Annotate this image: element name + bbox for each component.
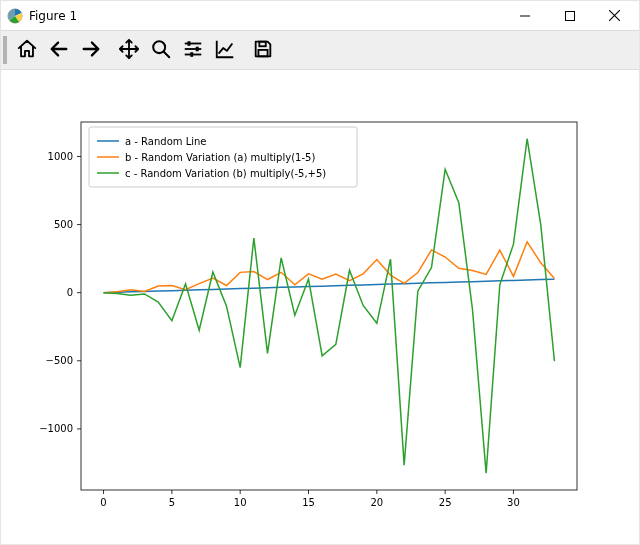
window-close-button[interactable] (592, 1, 637, 30)
toolbar-grip (3, 36, 7, 64)
figure-window: Figure 1 (0, 0, 640, 545)
legend-entry: b - Random Variation (a) multiply(1-5) (125, 152, 315, 163)
figure-canvas[interactable]: 051015202530−1000−50005001000a - Random … (1, 70, 639, 544)
svg-text:20: 20 (370, 497, 383, 508)
zoom-button[interactable] (145, 35, 177, 65)
svg-text:−1000: −1000 (39, 423, 73, 434)
titlebar: Figure 1 (1, 1, 639, 30)
edit-axis-button[interactable] (209, 35, 241, 65)
legend-entry: a - Random Line (125, 136, 207, 147)
back-button[interactable] (43, 35, 75, 65)
svg-text:500: 500 (54, 219, 73, 230)
svg-rect-13 (259, 41, 265, 46)
svg-rect-14 (258, 49, 267, 55)
save-button[interactable] (247, 35, 279, 65)
save-icon (252, 38, 274, 63)
chart-plot: 051015202530−1000−50005001000a - Random … (1, 70, 640, 545)
matplotlib-toolbar (1, 30, 639, 70)
pan-button[interactable] (113, 35, 145, 65)
matplotlib-app-icon (7, 8, 23, 24)
legend-entry: c - Random Variation (b) multiply(-5,+5) (125, 168, 326, 179)
sliders-icon (182, 38, 204, 63)
svg-text:0: 0 (67, 287, 73, 298)
arrow-left-icon (48, 38, 70, 63)
svg-rect-2 (565, 11, 574, 20)
svg-text:1000: 1000 (48, 151, 73, 162)
window-minimize-button[interactable] (502, 1, 547, 30)
svg-text:15: 15 (302, 497, 315, 508)
magnifier-icon (150, 38, 172, 63)
svg-text:25: 25 (439, 497, 452, 508)
series-line (104, 139, 555, 474)
forward-button[interactable] (75, 35, 107, 65)
svg-rect-12 (190, 52, 193, 57)
arrow-right-icon (80, 38, 102, 63)
window-title: Figure 1 (29, 9, 77, 23)
chart-line-icon (214, 38, 236, 63)
home-button[interactable] (11, 35, 43, 65)
svg-text:5: 5 (169, 497, 175, 508)
svg-text:30: 30 (507, 497, 520, 508)
svg-text:−500: −500 (46, 355, 73, 366)
svg-rect-11 (196, 46, 199, 51)
series-line (104, 242, 555, 293)
svg-rect-10 (188, 41, 191, 46)
svg-text:0: 0 (100, 497, 106, 508)
svg-line-6 (164, 51, 170, 57)
window-maximize-button[interactable] (547, 1, 592, 30)
configure-subplots-button[interactable] (177, 35, 209, 65)
svg-text:10: 10 (234, 497, 247, 508)
move-icon (118, 38, 140, 63)
home-icon (16, 38, 38, 63)
